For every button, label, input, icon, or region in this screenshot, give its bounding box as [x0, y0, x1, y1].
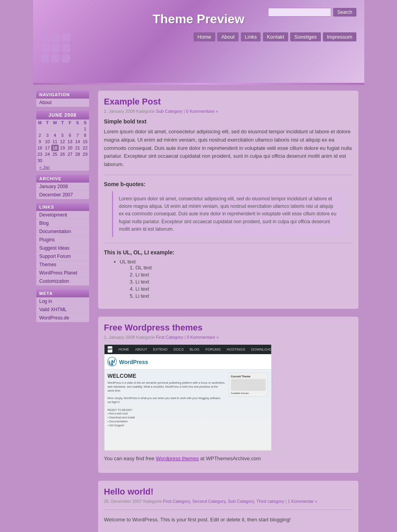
- sidebar-meta-title: META: [36, 289, 89, 297]
- nav-links[interactable]: Links: [241, 32, 261, 41]
- grid-dot: [41, 54, 50, 63]
- cal-day: 17: [44, 145, 51, 151]
- wp-nav-forums: FORUMS: [205, 347, 221, 351]
- search-button[interactable]: Search: [333, 8, 356, 17]
- post-category-hello[interactable]: First Category, Second Category, Sub Cat…: [163, 499, 284, 504]
- wp-logo: WP: [108, 346, 113, 353]
- cal-day: 7: [74, 132, 81, 138]
- cal-day: 20: [66, 145, 74, 151]
- nav-home[interactable]: Home: [194, 32, 215, 41]
- sidebar-link-suggest-ideas[interactable]: Suggest Ideas: [36, 244, 89, 252]
- grid-dot: [51, 44, 60, 52]
- grid-dot: [51, 54, 60, 63]
- sidebar-link-blog[interactable]: Blog: [36, 219, 89, 228]
- main-content: Example Post 2. January 2008 Kategorie S…: [92, 91, 364, 532]
- cal-day: [51, 126, 59, 132]
- sidebar-link-themes[interactable]: Themes: [36, 261, 89, 269]
- grid-dot: [62, 34, 70, 42]
- search-input[interactable]: [268, 8, 331, 17]
- calendar-prev-link[interactable]: « Jan: [36, 164, 89, 171]
- post-comments-hello[interactable]: 1 Kommentar »: [288, 499, 317, 504]
- sidebar-link-customization[interactable]: Customization: [36, 277, 89, 286]
- wp-nav-extend: EXTEND: [153, 347, 168, 351]
- wp-nav-about: ABOUT: [135, 347, 147, 351]
- grid-dot: [62, 44, 70, 52]
- cal-day: [36, 126, 44, 132]
- nav-impressum[interactable]: Impressum: [323, 32, 356, 41]
- post-comments-free-themes[interactable]: 0 Kommentare »: [187, 335, 219, 340]
- wp-nav-docs: DOCS: [173, 347, 184, 351]
- post-title-example: Example Post: [104, 97, 352, 107]
- nav-about[interactable]: About: [217, 32, 239, 41]
- cal-day: [66, 126, 74, 132]
- post-divider-2: [104, 243, 352, 243]
- cal-day: 19: [59, 145, 66, 151]
- cal-day: 10: [44, 138, 51, 145]
- cal-day: [74, 157, 81, 164]
- post-title-free-themes: Free Wordpress themes: [104, 323, 352, 333]
- sidebar-meta-xhtml[interactable]: Valid XHTML: [36, 306, 89, 314]
- sidebar-archive-title: ARCHIVE: [36, 175, 89, 183]
- post-example: Example Post 2. January 2008 Kategorie S…: [98, 91, 358, 309]
- header-grid-icons: [41, 34, 70, 63]
- sidebar-meta-content: Log in Valid XHTML WordPress.de: [36, 297, 89, 322]
- grid-dot: [41, 34, 50, 42]
- cal-day: [44, 126, 51, 132]
- post-blockquote: Lorem ipsum dolor sit amet, consectetur …: [112, 191, 345, 237]
- cal-header-t2: T: [59, 119, 66, 126]
- nav-sonstiges[interactable]: Sonstiges: [290, 32, 321, 41]
- sidebar-links-content: Development Blog Documentation Plugins S…: [36, 211, 89, 286]
- sidebar-nav-about[interactable]: About: [36, 99, 89, 107]
- cal-day: 4: [51, 132, 59, 138]
- sidebar-archive-dec2007[interactable]: December 2007: [36, 191, 89, 199]
- cal-day: 6: [66, 132, 74, 138]
- post-free-themes: Free Wordpress themes 1. January 2008 Ka…: [98, 317, 358, 473]
- nav-kontakt[interactable]: Kontakt: [263, 32, 288, 41]
- cal-day: 13: [66, 138, 74, 145]
- list-item: OL text: [136, 265, 352, 271]
- sidebar-meta-wordpress[interactable]: WordPress.de: [36, 314, 89, 322]
- cal-day: 8: [81, 132, 89, 138]
- sidebar-link-support-forum[interactable]: Support Forum: [36, 252, 89, 261]
- cal-day: 23: [36, 151, 44, 157]
- sidebar-archive-jan2008[interactable]: January 2008: [36, 183, 89, 191]
- post-category-free-themes[interactable]: First Category: [156, 335, 183, 340]
- cal-day: 15: [81, 138, 89, 145]
- sidebar-link-plugins[interactable]: Plugins: [36, 236, 89, 244]
- sidebar-link-development[interactable]: Development: [36, 211, 89, 219]
- post-subheading-bold: Simple bold text: [104, 118, 352, 125]
- post-title-hello: Hello world!: [104, 487, 352, 497]
- cal-day: [44, 157, 51, 164]
- cal-day: [59, 126, 66, 132]
- cal-day: 29: [81, 151, 89, 157]
- post-content-example: Simple bold text Lorem ipsum dolor sit a…: [104, 118, 352, 299]
- cal-day: 24: [44, 151, 51, 157]
- wp-side-col: Current Theme Available themes: [229, 373, 268, 447]
- cal-day: 1: [81, 126, 89, 132]
- wp-nav-download: DOWNLOAD: [251, 347, 272, 351]
- list-item: Li text: [136, 272, 352, 278]
- post-comments-example[interactable]: 0 Kommentare »: [186, 109, 218, 114]
- sidebar-links-title: LINKS: [36, 203, 89, 211]
- post-meta-free-themes: 1. January 2008 Kategorie First Category…: [104, 335, 352, 340]
- cal-header-s2: S: [81, 119, 89, 126]
- cal-day: 3: [44, 132, 51, 138]
- sidebar-link-wordpress-planet[interactable]: WordPress Planet: [36, 269, 89, 277]
- cal-header-w: W: [51, 119, 59, 126]
- post-subheading-bquotes: Some b-quotes:: [104, 181, 352, 187]
- cal-day: 25: [51, 151, 59, 157]
- free-themes-link[interactable]: Wordpress themes: [156, 455, 199, 461]
- post-meta-hello: 26. December 2007 Kategorie First Catego…: [104, 499, 352, 504]
- post-content-free-themes: WP HOME ABOUT EXTEND DOCS BLOG FORUMS HO…: [104, 344, 352, 463]
- post-paragraph-hello: Welcome to WordPress. This is your first…: [104, 516, 352, 524]
- post-ul: UL text OL text Li text Li text Li text …: [120, 259, 352, 299]
- wp-nav-blog: BLOG: [190, 347, 199, 351]
- wp-nav-hostings: HOSTINGS: [227, 347, 245, 351]
- post-category-example[interactable]: Sub Category: [156, 109, 183, 114]
- sidebar-calendar-title: June 2008: [36, 111, 89, 119]
- cal-day: 16: [36, 145, 44, 151]
- sidebar-meta-login[interactable]: Log in: [36, 297, 89, 306]
- sidebar-link-documentation[interactable]: Documentation: [36, 228, 89, 236]
- cal-header-m: M: [36, 119, 44, 126]
- sidebar-nav-content: About: [36, 99, 89, 107]
